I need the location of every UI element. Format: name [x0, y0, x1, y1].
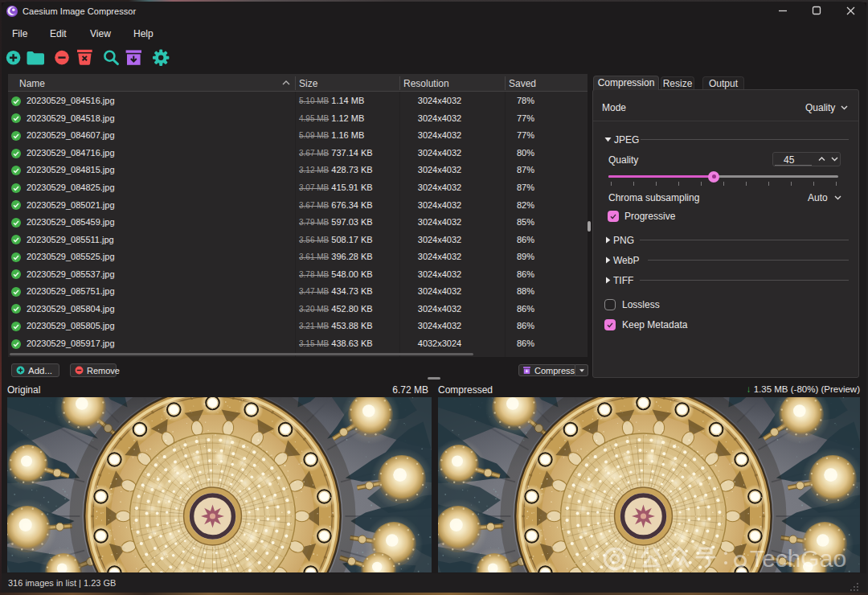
svg-text:TechGao: TechGao — [750, 545, 846, 571]
